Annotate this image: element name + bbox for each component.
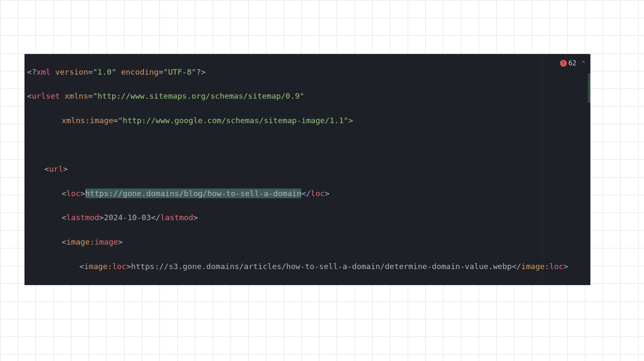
error-icon: !: [560, 60, 567, 67]
editor-content[interactable]: <?xml version="1.0" encoding="UTF-8"?> <…: [24, 54, 590, 285]
code-line: <url>: [26, 163, 589, 175]
error-count: 62: [568, 57, 576, 70]
code-line: <image:image>: [26, 236, 589, 248]
code-line: <lastmod>2024-10-03</lastmod>: [26, 212, 589, 224]
code-line: <image:loc>https://s3.gone.domains/artic…: [26, 261, 589, 273]
chevron-up-icon[interactable]: ⌃: [582, 57, 585, 70]
code-line: <?xml version="1.0" encoding="UTF-8"?>: [26, 66, 589, 78]
code-line: <urlset xmlns="http://www.sitemaps.org/s…: [26, 90, 589, 102]
editor-ruler: [542, 54, 542, 285]
code-editor[interactable]: ! 62 ⌃ <?xml version="1.0" encoding="UTF…: [24, 54, 590, 285]
error-indicator[interactable]: ! 62 ⌃: [560, 57, 585, 70]
selected-text: https://gone.domains/blog/how-to-sell-a-…: [85, 189, 301, 198]
minimap-highlight: [588, 73, 590, 103]
code-line: <loc>https://gone.domains/blog/how-to-se…: [26, 188, 589, 200]
code-line: </image:image>: [26, 285, 589, 285]
code-line: [26, 139, 589, 151]
code-line: xmlns:image="http://www.google.com/schem…: [26, 115, 589, 127]
